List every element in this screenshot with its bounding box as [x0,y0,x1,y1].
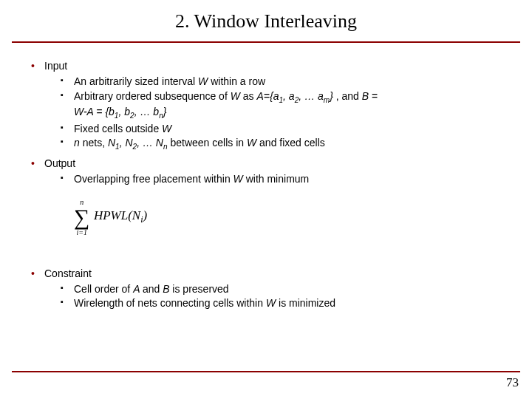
list-item: Wirelength of nets connecting cells with… [61,296,501,310]
bullet-icon: • [31,59,44,73]
section-constraint: •Constraint [31,267,501,281]
list-item: Arbitrary ordered subsequence of W as A=… [61,89,501,121]
list-item: n nets, N1, N2, … Nn between cells in W … [61,136,501,151]
page-number: 73 [506,375,519,390]
list-item: Overlapping free placement within W with… [61,172,501,186]
list-item: Cell order of A and B is preserved [61,282,501,296]
list-item: An arbitrarily sized interval W within a… [61,75,501,89]
bullet-icon: • [31,157,44,171]
footer-divider [12,371,520,372]
section-output: •Output [31,157,501,171]
hpwl-formula: n ∑ i=1 HPWL(Ni) [74,197,501,237]
sigma-icon: ∑ [74,205,89,229]
bullet-icon: • [31,267,44,281]
slide-title-area: 2. Window Interleaving [0,0,532,38]
output-list: Overlapping free placement within W with… [61,172,501,186]
input-list: An arbitrarily sized interval W within a… [61,75,501,152]
slide-body: •Input An arbitrarily sized interval W w… [0,43,532,322]
list-item: Fixed cells outside W [61,122,501,136]
slide-title: 2. Window Interleaving [0,10,532,33]
constraint-list: Cell order of A and B is preserved Wirel… [61,282,501,311]
section-input: •Input [31,59,501,73]
